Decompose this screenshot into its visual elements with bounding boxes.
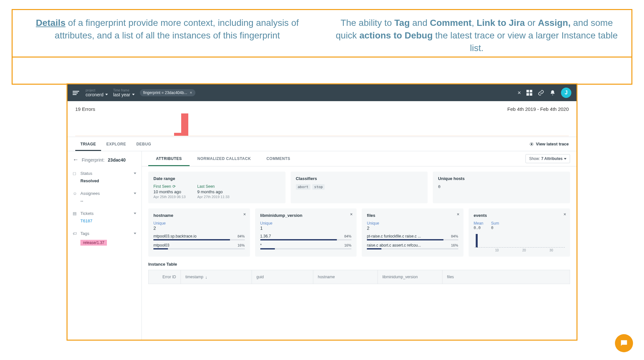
card-close-icon[interactable]: × [243,212,246,217]
card-close-icon[interactable]: × [457,212,459,217]
status-icon: ◻ [73,171,78,176]
caret-down-icon [134,173,136,174]
status-label: Status [80,171,92,176]
sidebar-assignees[interactable]: ☺Assignees -- [73,191,136,203]
project-selector[interactable]: project coronerd [86,89,108,97]
grid-icon[interactable] [526,90,533,96]
bar-name: 1.36.7 [260,234,341,238]
card-close-icon[interactable]: × [564,212,566,217]
svg-rect-1 [530,90,532,92]
bar-item: raise.c abort.c assert.c refcou...16% [367,243,458,248]
user-avatar[interactable]: J [561,88,571,98]
bar-pct: 84% [451,234,458,238]
col-libmini[interactable]: libminidump_version [378,270,442,284]
subtab-comments[interactable]: COMMENTS [259,151,298,166]
col-timestamp[interactable]: timestamp↓ [181,270,252,284]
back-arrow-icon[interactable]: ← [73,156,78,163]
svg-point-4 [531,143,533,145]
intercom-chat-icon[interactable] [615,334,633,352]
timeframe-value: last year [113,92,130,97]
chart-bar [174,133,181,136]
header-bar: project coronerd Time frame last year fi… [68,84,576,101]
view-latest-trace-button[interactable]: View latest trace [529,142,569,146]
bar-item: 1.36.784% [260,234,352,238]
annotation-callouts: Details of a fingerprint provide more co… [12,9,632,58]
unique-value: 1 [260,226,352,231]
caret-down-icon [134,213,136,214]
col-hostname[interactable]: hostname [313,270,378,284]
svg-rect-0 [526,90,529,92]
tab-triage[interactable]: TRIAGE [75,137,101,151]
bar-line [367,248,458,249]
caret-down-icon [564,158,566,160]
bar-pct: 16% [344,243,351,247]
bar-rows: mtpool03.sp.backtrace.io84%mtpool0316% [153,234,245,249]
sidebar-tickets[interactable]: ▤Tickets T6187 [73,211,136,223]
errors-count: 19 Errors [75,106,95,112]
show-prefix: Show: [529,156,540,161]
subtab-callstack[interactable]: NORMALIZED CALLSTACK [190,151,259,166]
instance-table-header: Error ID timestamp↓ guid hostname libmin… [148,270,570,284]
bar-item: *16% [260,243,352,248]
main-panel: ATTRIBUTES NORMALIZED CALLSTACK COMMENTS… [142,151,576,340]
card-hostname: × hostname Unique 2 mtpool03.sp.backtrac… [148,208,250,257]
first-seen-label: First Seen [153,184,171,189]
tags-label: Tags [80,231,89,236]
bar-pct: 16% [451,243,458,247]
tick: 30 [549,249,553,252]
mean-label: Mean [474,221,483,226]
status-value: Resolved [73,178,136,183]
col-guid[interactable]: guid [252,270,313,284]
top-tabs: TRIAGE EXPLORE DEBUG View latest trace [68,137,576,151]
caret-down-icon [132,94,135,95]
show-value: 7 Attributes [541,156,563,161]
bar-name: raise.c abort.c assert.c refcou... [367,243,448,248]
unique-label: Unique [260,221,352,226]
sum-value: 0 [491,226,499,230]
show-attributes-dropdown[interactable]: Show: 7 Attributes [525,154,570,163]
bar-name: mtpool03 [153,243,234,248]
card-title: hostname [153,213,245,218]
tab-debug[interactable]: DEBUG [131,137,156,151]
assignees-value: -- [73,198,136,203]
sidebar-tags[interactable]: 🏷Tags release/1.37 [73,231,136,246]
bar-pct: 84% [237,234,244,238]
sidebar-status[interactable]: ◻Status Resolved [73,171,136,183]
clear-search-icon[interactable]: × [517,90,521,96]
bar-pct: 16% [237,243,244,247]
link-icon[interactable] [538,90,544,96]
tickets-label: Tickets [80,211,94,216]
card-libminidump: × libminidump_version Unique 1 1.36.784%… [255,208,357,257]
bar-name: * [260,243,341,248]
timeframe-selector[interactable]: Time frame last year [113,89,135,97]
bar-pct: 84% [344,234,351,238]
ticket-link[interactable]: T6187 [80,218,92,223]
clock-icon: ⟳ [172,184,176,189]
first-seen-date: Apr 25th 2019 06:13 [153,195,186,199]
tag-pill[interactable]: release/1.37 [80,240,107,246]
tab-explore[interactable]: EXPLORE [101,137,131,151]
filter-chip-close-icon[interactable]: × [190,90,192,95]
events-mini-chart: 10 20 30 [474,233,565,252]
last-seen-value: 9 months ago [197,189,230,194]
svg-rect-3 [530,93,532,96]
subtab-attributes[interactable]: ATTRIBUTES [148,151,190,166]
bar-line [367,239,458,240]
card-date-range: Date range First Seen ⟳ 10 months ago Ap… [148,172,286,203]
bar-item: pt-raise.c funlockfile.c raise.c ...84% [367,234,458,238]
card-close-icon[interactable]: × [350,212,353,217]
bar-item: mtpool03.sp.backtrace.io84% [153,234,245,238]
classifier-chip: abort [296,184,310,190]
instance-table-section: Instance Table Error ID timestamp↓ guid … [142,262,576,291]
bar-line [260,239,352,240]
last-seen-label: Last Seen [197,184,230,189]
col-files[interactable]: files [442,270,570,284]
first-seen-value: 10 months ago [153,189,186,194]
col-error-id[interactable]: Error ID [149,270,181,284]
project-label: project [86,89,108,92]
unique-value: 2 [153,226,245,231]
unique-label: Unique [153,221,245,226]
filter-chip[interactable]: fingerprint = 23dac404b... × [140,89,195,96]
bell-icon[interactable] [549,90,556,96]
person-icon: ☺ [73,191,78,196]
